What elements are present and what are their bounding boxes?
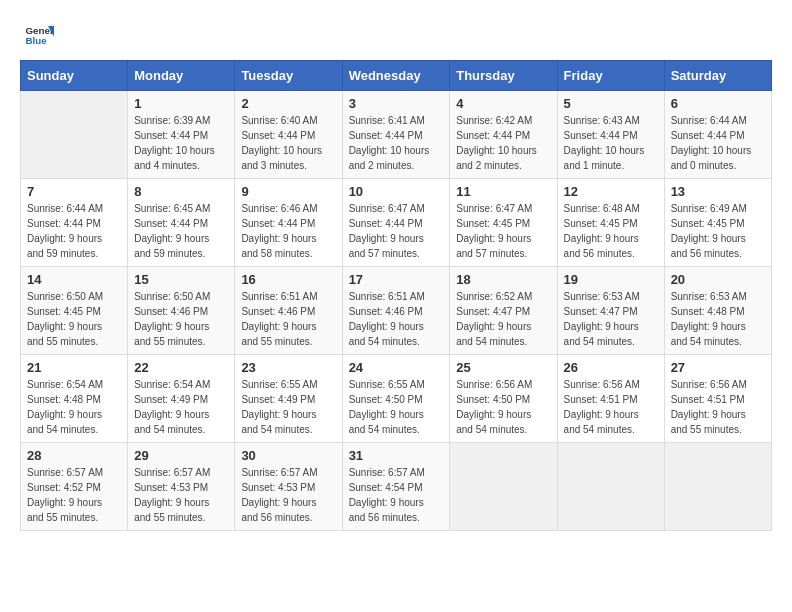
day-info: Sunrise: 6:40 AMSunset: 4:44 PMDaylight:…	[241, 113, 335, 173]
day-number: 16	[241, 272, 335, 287]
calendar-cell: 11Sunrise: 6:47 AMSunset: 4:45 PMDayligh…	[450, 179, 557, 267]
day-info: Sunrise: 6:49 AMSunset: 4:45 PMDaylight:…	[671, 201, 765, 261]
day-number: 15	[134, 272, 228, 287]
calendar-cell: 22Sunrise: 6:54 AMSunset: 4:49 PMDayligh…	[128, 355, 235, 443]
day-info: Sunrise: 6:55 AMSunset: 4:50 PMDaylight:…	[349, 377, 444, 437]
day-info: Sunrise: 6:48 AMSunset: 4:45 PMDaylight:…	[564, 201, 658, 261]
day-number: 27	[671, 360, 765, 375]
logo: General Blue	[20, 20, 54, 50]
day-number: 4	[456, 96, 550, 111]
day-number: 25	[456, 360, 550, 375]
calendar-cell: 28Sunrise: 6:57 AMSunset: 4:52 PMDayligh…	[21, 443, 128, 531]
calendar-cell	[557, 443, 664, 531]
calendar-cell: 20Sunrise: 6:53 AMSunset: 4:48 PMDayligh…	[664, 267, 771, 355]
day-info: Sunrise: 6:57 AMSunset: 4:53 PMDaylight:…	[134, 465, 228, 525]
logo-icon: General Blue	[24, 20, 54, 50]
svg-text:Blue: Blue	[26, 35, 48, 46]
weekday-header: Wednesday	[342, 61, 450, 91]
day-info: Sunrise: 6:54 AMSunset: 4:48 PMDaylight:…	[27, 377, 121, 437]
day-info: Sunrise: 6:46 AMSunset: 4:44 PMDaylight:…	[241, 201, 335, 261]
calendar-cell: 10Sunrise: 6:47 AMSunset: 4:44 PMDayligh…	[342, 179, 450, 267]
calendar-cell: 16Sunrise: 6:51 AMSunset: 4:46 PMDayligh…	[235, 267, 342, 355]
day-info: Sunrise: 6:56 AMSunset: 4:51 PMDaylight:…	[671, 377, 765, 437]
day-info: Sunrise: 6:56 AMSunset: 4:51 PMDaylight:…	[564, 377, 658, 437]
calendar-cell	[450, 443, 557, 531]
day-info: Sunrise: 6:51 AMSunset: 4:46 PMDaylight:…	[241, 289, 335, 349]
day-info: Sunrise: 6:55 AMSunset: 4:49 PMDaylight:…	[241, 377, 335, 437]
calendar-cell	[21, 91, 128, 179]
calendar-week-row: 7Sunrise: 6:44 AMSunset: 4:44 PMDaylight…	[21, 179, 772, 267]
weekday-header: Tuesday	[235, 61, 342, 91]
calendar-cell: 27Sunrise: 6:56 AMSunset: 4:51 PMDayligh…	[664, 355, 771, 443]
calendar-cell: 18Sunrise: 6:52 AMSunset: 4:47 PMDayligh…	[450, 267, 557, 355]
calendar-cell: 21Sunrise: 6:54 AMSunset: 4:48 PMDayligh…	[21, 355, 128, 443]
day-info: Sunrise: 6:47 AMSunset: 4:44 PMDaylight:…	[349, 201, 444, 261]
weekday-header: Friday	[557, 61, 664, 91]
day-info: Sunrise: 6:57 AMSunset: 4:52 PMDaylight:…	[27, 465, 121, 525]
day-number: 28	[27, 448, 121, 463]
day-number: 2	[241, 96, 335, 111]
day-info: Sunrise: 6:50 AMSunset: 4:46 PMDaylight:…	[134, 289, 228, 349]
day-info: Sunrise: 6:41 AMSunset: 4:44 PMDaylight:…	[349, 113, 444, 173]
day-info: Sunrise: 6:54 AMSunset: 4:49 PMDaylight:…	[134, 377, 228, 437]
weekday-header: Monday	[128, 61, 235, 91]
day-number: 26	[564, 360, 658, 375]
day-info: Sunrise: 6:57 AMSunset: 4:54 PMDaylight:…	[349, 465, 444, 525]
calendar-cell: 25Sunrise: 6:56 AMSunset: 4:50 PMDayligh…	[450, 355, 557, 443]
header: General Blue	[20, 20, 772, 50]
calendar-week-row: 1Sunrise: 6:39 AMSunset: 4:44 PMDaylight…	[21, 91, 772, 179]
calendar-cell: 7Sunrise: 6:44 AMSunset: 4:44 PMDaylight…	[21, 179, 128, 267]
weekday-header: Sunday	[21, 61, 128, 91]
day-number: 1	[134, 96, 228, 111]
day-number: 7	[27, 184, 121, 199]
calendar-cell: 9Sunrise: 6:46 AMSunset: 4:44 PMDaylight…	[235, 179, 342, 267]
calendar-week-row: 14Sunrise: 6:50 AMSunset: 4:45 PMDayligh…	[21, 267, 772, 355]
calendar-cell: 17Sunrise: 6:51 AMSunset: 4:46 PMDayligh…	[342, 267, 450, 355]
day-info: Sunrise: 6:56 AMSunset: 4:50 PMDaylight:…	[456, 377, 550, 437]
calendar-cell: 6Sunrise: 6:44 AMSunset: 4:44 PMDaylight…	[664, 91, 771, 179]
calendar-cell: 30Sunrise: 6:57 AMSunset: 4:53 PMDayligh…	[235, 443, 342, 531]
day-number: 12	[564, 184, 658, 199]
calendar-week-row: 21Sunrise: 6:54 AMSunset: 4:48 PMDayligh…	[21, 355, 772, 443]
calendar-cell: 24Sunrise: 6:55 AMSunset: 4:50 PMDayligh…	[342, 355, 450, 443]
day-info: Sunrise: 6:53 AMSunset: 4:47 PMDaylight:…	[564, 289, 658, 349]
day-number: 24	[349, 360, 444, 375]
calendar-cell: 12Sunrise: 6:48 AMSunset: 4:45 PMDayligh…	[557, 179, 664, 267]
day-number: 17	[349, 272, 444, 287]
calendar-cell: 15Sunrise: 6:50 AMSunset: 4:46 PMDayligh…	[128, 267, 235, 355]
day-number: 13	[671, 184, 765, 199]
calendar: SundayMondayTuesdayWednesdayThursdayFrid…	[20, 60, 772, 531]
day-number: 23	[241, 360, 335, 375]
calendar-cell: 29Sunrise: 6:57 AMSunset: 4:53 PMDayligh…	[128, 443, 235, 531]
day-number: 29	[134, 448, 228, 463]
day-number: 8	[134, 184, 228, 199]
day-info: Sunrise: 6:50 AMSunset: 4:45 PMDaylight:…	[27, 289, 121, 349]
calendar-header: SundayMondayTuesdayWednesdayThursdayFrid…	[21, 61, 772, 91]
day-info: Sunrise: 6:44 AMSunset: 4:44 PMDaylight:…	[27, 201, 121, 261]
day-info: Sunrise: 6:52 AMSunset: 4:47 PMDaylight:…	[456, 289, 550, 349]
weekday-header: Saturday	[664, 61, 771, 91]
calendar-cell: 31Sunrise: 6:57 AMSunset: 4:54 PMDayligh…	[342, 443, 450, 531]
calendar-week-row: 28Sunrise: 6:57 AMSunset: 4:52 PMDayligh…	[21, 443, 772, 531]
day-number: 21	[27, 360, 121, 375]
day-number: 9	[241, 184, 335, 199]
day-info: Sunrise: 6:42 AMSunset: 4:44 PMDaylight:…	[456, 113, 550, 173]
day-number: 6	[671, 96, 765, 111]
day-info: Sunrise: 6:53 AMSunset: 4:48 PMDaylight:…	[671, 289, 765, 349]
day-number: 20	[671, 272, 765, 287]
calendar-cell: 19Sunrise: 6:53 AMSunset: 4:47 PMDayligh…	[557, 267, 664, 355]
calendar-cell: 2Sunrise: 6:40 AMSunset: 4:44 PMDaylight…	[235, 91, 342, 179]
calendar-cell: 14Sunrise: 6:50 AMSunset: 4:45 PMDayligh…	[21, 267, 128, 355]
day-number: 5	[564, 96, 658, 111]
calendar-cell: 3Sunrise: 6:41 AMSunset: 4:44 PMDaylight…	[342, 91, 450, 179]
day-number: 18	[456, 272, 550, 287]
day-info: Sunrise: 6:57 AMSunset: 4:53 PMDaylight:…	[241, 465, 335, 525]
day-number: 3	[349, 96, 444, 111]
calendar-cell: 26Sunrise: 6:56 AMSunset: 4:51 PMDayligh…	[557, 355, 664, 443]
day-info: Sunrise: 6:51 AMSunset: 4:46 PMDaylight:…	[349, 289, 444, 349]
calendar-cell: 4Sunrise: 6:42 AMSunset: 4:44 PMDaylight…	[450, 91, 557, 179]
calendar-cell: 23Sunrise: 6:55 AMSunset: 4:49 PMDayligh…	[235, 355, 342, 443]
day-number: 14	[27, 272, 121, 287]
day-info: Sunrise: 6:43 AMSunset: 4:44 PMDaylight:…	[564, 113, 658, 173]
weekday-row: SundayMondayTuesdayWednesdayThursdayFrid…	[21, 61, 772, 91]
